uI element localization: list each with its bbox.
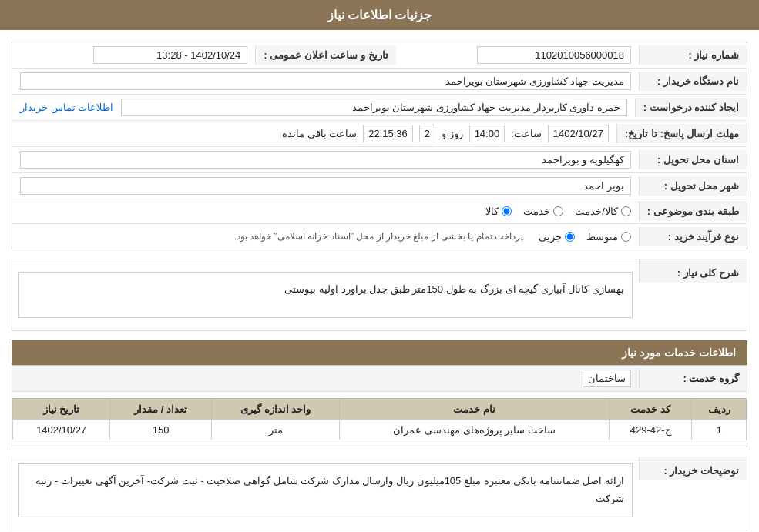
- category-kala-khadamat-radio[interactable]: [621, 206, 631, 216]
- cell-date: 1402/10/27: [13, 420, 110, 440]
- contact-link[interactable]: اطلاعات تماس خریدار: [20, 102, 113, 113]
- process-mottasat-label: متوسط: [586, 231, 618, 243]
- need-description-text: بهسازی کانال آبیاری گیچه ای بزرگ به طول …: [18, 272, 633, 318]
- process-jozyi-label: جزیی: [539, 231, 562, 243]
- process-mottasat-option[interactable]: متوسط: [586, 231, 631, 243]
- need-description-value: بهسازی کانال آبیاری گیچه ای بزرگ به طول …: [12, 259, 639, 330]
- cell-row: 1: [692, 420, 747, 440]
- need-number-value: 1102010056000018: [396, 42, 639, 68]
- need-description-label: شرح کلی نیاز :: [639, 259, 747, 283]
- col-code: کد خدمت: [609, 399, 691, 420]
- delivery-city-value: بویر احمد: [12, 173, 639, 199]
- page-header: جزئیات اطلاعات نیاز: [0, 0, 759, 30]
- category-khadamat-option[interactable]: خدمت: [523, 206, 563, 217]
- category-value: کالا/خدمت خدمت کالا: [12, 202, 639, 221]
- category-kala-khadamat-option[interactable]: کالا/خدمت: [575, 206, 631, 217]
- cell-name: ساخت سایر پروژه‌های مهندسی عمران: [340, 420, 610, 440]
- cell-code: ج-42-429: [609, 420, 691, 440]
- col-quantity: تعداد / مقدار: [110, 399, 212, 420]
- cell-quantity: 150: [110, 420, 212, 440]
- category-khadamat-radio[interactable]: [553, 206, 563, 216]
- category-kala-label: کالا: [485, 206, 499, 217]
- deadline-remaining: 22:15:36: [363, 125, 413, 142]
- category-kala-radio[interactable]: [502, 206, 512, 216]
- col-unit: واحد اندازه گیری: [212, 399, 340, 420]
- need-number-label: شماره نیاز :: [639, 45, 747, 65]
- service-group-value: ساختمان: [12, 366, 639, 391]
- process-mottasat-radio[interactable]: [621, 232, 631, 242]
- process-label: نوع فرآیند خرید :: [639, 227, 747, 246]
- category-label: طبقه بندی موضوعی :: [639, 202, 747, 221]
- buyer-org-label: نام دستگاه خریدار :: [639, 72, 747, 91]
- announcement-value: 1402/10/24 - 13:28: [12, 42, 255, 68]
- creator-label: ایجاد کننده درخواست :: [635, 98, 747, 117]
- col-row: ردیف: [692, 399, 747, 420]
- delivery-province-value: کهگیلویه و بویراحمد: [12, 147, 639, 172]
- services-table: ردیف کد خدمت نام خدمت واحد اندازه گیری ت…: [12, 398, 747, 440]
- buyer-org-value: مدیریت جهاد کشاورزی شهرستان بویراحمد: [12, 69, 639, 94]
- category-khadamat-label: خدمت: [523, 206, 550, 217]
- deadline-days: 2: [419, 125, 435, 142]
- deadline-time-label: ساعت:: [511, 128, 542, 139]
- delivery-city-label: شهر محل تحویل :: [639, 176, 747, 196]
- cell-unit: متر: [212, 420, 340, 440]
- col-name: نام خدمت: [340, 399, 610, 420]
- deadline-day-label: روز و: [442, 128, 463, 139]
- process-note: پرداخت تمام یا بخشی از مبلغ خریدار از مح…: [234, 231, 523, 242]
- col-date: تاریخ نیاز: [13, 399, 110, 420]
- process-value: متوسط جزیی پرداخت تمام یا بخشی از مبلغ خ…: [12, 227, 639, 246]
- services-table-wrapper: ردیف کد خدمت نام خدمت واحد اندازه گیری ت…: [12, 398, 747, 440]
- services-section-title: اطلاعات خدمات مورد نیاز: [12, 340, 747, 365]
- service-group-label: گروه خدمت :: [639, 369, 747, 388]
- buyer-notes-value: ارائه اصل ضمانتنامه بانکی معتبره مبلغ 10…: [12, 457, 639, 530]
- buyer-notes-label: توضیحات خریدار :: [639, 457, 747, 480]
- deadline-remaining-label: ساعت باقی مانده: [282, 128, 357, 139]
- category-kala-option[interactable]: کالا: [485, 206, 512, 217]
- deadline-row: 1402/10/27 ساعت: 14:00 روز و 2 22:15:36 …: [12, 121, 616, 146]
- page-title: جزئیات اطلاعات نیاز: [327, 8, 432, 22]
- buyer-notes-text: ارائه اصل ضمانتنامه بانکی معتبره مبلغ 10…: [18, 463, 633, 517]
- announcement-label: تاریخ و ساعت اعلان عمومی :: [255, 45, 395, 65]
- deadline-label: مهلت ارسال پاسخ: تا تاریخ:: [616, 124, 747, 143]
- deadline-date: 1402/10/27: [548, 125, 609, 142]
- delivery-province-label: استان محل تحویل :: [639, 150, 747, 169]
- category-kala-khadamat-label: کالا/خدمت: [575, 206, 618, 217]
- process-jozyi-radio[interactable]: [565, 232, 575, 242]
- process-jozyi-option[interactable]: جزیی: [539, 231, 575, 243]
- table-row: 1 ج-42-429 ساخت سایر پروژه‌های مهندسی عم…: [13, 420, 747, 440]
- deadline-time: 14:00: [469, 125, 505, 142]
- creator-value: حمزه داوری کاربردار مدیریت جهاد کشاورزی …: [12, 95, 635, 120]
